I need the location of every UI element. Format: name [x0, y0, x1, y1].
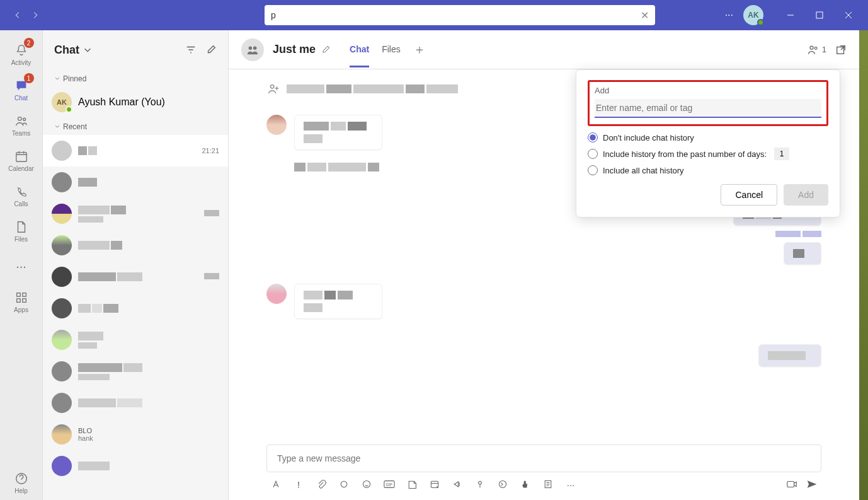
chat-item-time: 21:21 [202, 147, 219, 154]
window-maximize-button[interactable] [805, 5, 834, 25]
window-minimize-button[interactable] [776, 5, 805, 25]
stream-button[interactable] [452, 479, 463, 490]
rail-calendar[interactable]: Calendar [3, 142, 40, 178]
svg-rect-7 [16, 298, 20, 302]
polls-button[interactable] [542, 479, 554, 490]
chevron-down-icon [83, 45, 92, 54]
popover-title: Add [595, 86, 821, 95]
add-people-input[interactable] [595, 99, 821, 118]
chat-item[interactable] [43, 166, 228, 198]
message-row-self [266, 344, 821, 367]
message-bubble-self[interactable] [784, 242, 821, 265]
svg-point-13 [814, 47, 817, 49]
compose-input[interactable] [277, 453, 811, 463]
schedule-button[interactable] [429, 479, 440, 490]
chat-item[interactable] [43, 356, 228, 387]
sticker-button[interactable] [406, 479, 418, 490]
history-option-days[interactable]: Include history from the past number of … [588, 148, 828, 160]
message-bubble[interactable] [294, 115, 382, 150]
format-button[interactable] [270, 479, 282, 490]
svg-point-15 [270, 85, 274, 89]
chat-item[interactable] [43, 230, 228, 261]
gif-button[interactable]: GIF [384, 479, 395, 490]
help-icon [14, 471, 29, 486]
add-input-highlight: Add [588, 80, 828, 126]
approval-button[interactable] [474, 479, 486, 490]
chat-item[interactable] [43, 450, 228, 482]
presence-available-icon [757, 19, 764, 26]
chat-title: Just me [273, 43, 331, 56]
priority-button[interactable]: ! [293, 479, 304, 490]
add-button[interactable]: Add [784, 184, 828, 206]
settings-more-button[interactable]: ··· [722, 7, 736, 23]
viva-button[interactable] [497, 479, 508, 490]
popout-button[interactable] [835, 44, 847, 55]
days-input[interactable] [774, 148, 789, 160]
recent-section[interactable]: Recent [43, 117, 228, 135]
pinned-chat-item[interactable]: AK Ayush Kumar (You) [43, 87, 228, 117]
rail-help[interactable]: Help [3, 465, 40, 500]
video-clip-button[interactable] [786, 479, 797, 490]
option-label: Don't include chat history [603, 133, 694, 142]
message-bubble-self[interactable] [758, 344, 821, 367]
rail-more[interactable]: ··· [3, 248, 40, 284]
filter-button[interactable] [185, 44, 197, 55]
loop-button[interactable] [338, 479, 350, 490]
chat-item[interactable] [43, 261, 228, 293]
search-clear-button[interactable]: ✕ [641, 9, 649, 21]
radio-all[interactable] [588, 165, 598, 175]
rail-files[interactable]: Files [3, 213, 40, 248]
activity-badge: 2 [24, 38, 34, 48]
rail-label: Calls [14, 201, 28, 207]
svg-point-2 [18, 117, 21, 120]
pinned-chat-name: Ayush Kumar (You) [78, 96, 165, 108]
chat-item[interactable] [43, 387, 228, 419]
tab-chat[interactable]: Chat [350, 32, 369, 67]
chat-item[interactable]: 21:21 [43, 135, 228, 166]
svg-rect-8 [22, 298, 26, 302]
chat-main: Just me Chat Files ＋ 1 hat. [229, 30, 868, 500]
chat-list-panel: Chat Pinned AK Ayush Kumar (You) Recent … [43, 30, 229, 500]
history-option-none[interactable]: Don't include chat history [588, 132, 828, 142]
attach-button[interactable] [316, 479, 327, 490]
history-option-all[interactable]: Include all chat history [588, 165, 828, 175]
chat-item[interactable] [43, 198, 228, 230]
calendar-icon [14, 149, 29, 164]
compose-box[interactable] [266, 445, 821, 472]
rail-chat[interactable]: Chat 1 [3, 72, 40, 107]
search-input[interactable] [271, 10, 641, 20]
chat-panel-title[interactable]: Chat [54, 44, 92, 57]
tab-files[interactable]: Files [382, 32, 401, 67]
caret-down-icon [54, 76, 60, 82]
nav-forward-button[interactable] [28, 8, 43, 23]
more-icon: ··· [14, 259, 29, 274]
edit-name-button[interactable] [321, 45, 331, 55]
add-tab-button[interactable]: ＋ [413, 41, 426, 58]
avatar-initials: AK [748, 11, 758, 20]
send-button[interactable] [806, 479, 818, 490]
emoji-button[interactable] [361, 479, 372, 490]
radio-days[interactable] [588, 149, 598, 159]
rail-teams[interactable]: Teams [3, 107, 40, 142]
option-label: Include history from the past number of … [603, 149, 767, 159]
rail-calls[interactable]: Calls [3, 178, 40, 213]
search-box[interactable]: ✕ [265, 5, 655, 25]
new-chat-button[interactable] [205, 44, 217, 55]
window-close-button[interactable] [834, 5, 863, 25]
radio-none[interactable] [588, 132, 598, 142]
chat-item[interactable] [43, 324, 228, 356]
pinned-section[interactable]: Pinned [43, 69, 228, 87]
chat-item[interactable]: BLOhank [43, 419, 228, 450]
user-avatar[interactable]: AK [743, 5, 763, 25]
rail-activity[interactable]: Activity 2 [3, 37, 40, 72]
message-avatar [266, 284, 287, 304]
svg-point-11 [253, 46, 257, 50]
more-actions-button[interactable]: ··· [565, 479, 576, 490]
rail-apps[interactable]: Apps [3, 284, 40, 319]
cancel-button[interactable]: Cancel [721, 184, 777, 206]
message-bubble[interactable] [294, 284, 382, 319]
chat-item[interactable] [43, 293, 228, 324]
nav-back-button[interactable] [10, 8, 25, 23]
praise-button[interactable] [520, 479, 531, 490]
participants-button[interactable]: 1 [807, 44, 826, 56]
